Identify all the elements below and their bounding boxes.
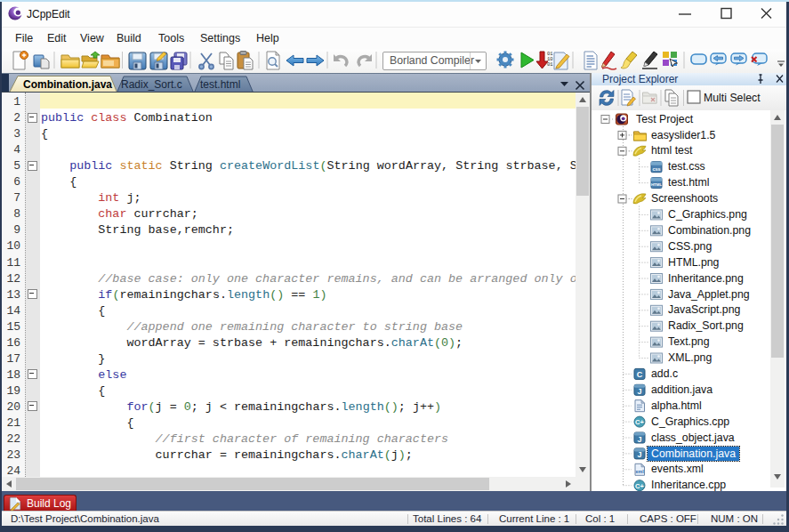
svg-text:C: C bbox=[637, 370, 643, 379]
svg-text:xml: xml bbox=[635, 469, 644, 474]
svg-text:01: 01 bbox=[547, 61, 553, 68]
svg-text:css: css bbox=[652, 166, 660, 172]
svg-text:C+: C+ bbox=[635, 482, 644, 490]
svg-text:J: J bbox=[637, 435, 641, 444]
svg-text:C+: C+ bbox=[635, 418, 644, 426]
svg-text:J: J bbox=[637, 450, 641, 459]
svg-text:HTML: HTML bbox=[651, 182, 663, 187]
svg-text:J: J bbox=[637, 387, 641, 396]
